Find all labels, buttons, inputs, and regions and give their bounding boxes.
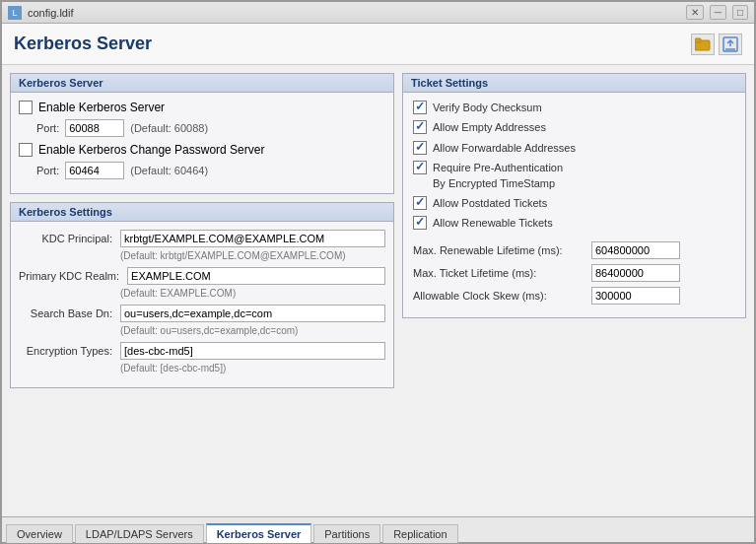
kerberos-server-section-body: Enable Kerberos Server Port: (Default: 6…	[11, 93, 393, 193]
ticket-settings-section: Ticket Settings Verify Body Checksum All…	[402, 73, 746, 318]
require-pre-auth-label: Require Pre-AuthenticationBy Encrypted T…	[433, 161, 563, 191]
allow-forwardable-checkbox[interactable]	[413, 141, 427, 155]
kerberos-server-section: Kerberos Server Enable Kerberos Server P…	[10, 73, 394, 194]
allowable-clock-label: Allowable Clock Skew (ms):	[413, 290, 585, 302]
right-panel: Ticket Settings Verify Body Checksum All…	[402, 73, 746, 509]
verify-body-checksum-row: Verify Body Checksum	[413, 101, 735, 115]
title-bar-text: config.ldif	[28, 7, 680, 19]
primary-kdc-realm-input[interactable]	[127, 267, 385, 285]
allow-renewable-checkbox[interactable]	[413, 216, 427, 230]
main-content: Kerberos Server Enable Kerberos Server P…	[2, 65, 754, 516]
tab-partitions[interactable]: Partitions	[313, 524, 380, 543]
allow-forwardable-label: Allow Forwardable Addresses	[433, 141, 576, 156]
encryption-types-default: (Default: [des-cbc-md5])	[120, 363, 385, 374]
max-renewable-label: Max. Renewable Lifetime (ms):	[413, 244, 585, 256]
kdc-principal-row: KDC Principal:	[19, 230, 385, 247]
window: L config.ldif ✕ ─ □ Kerberos Server	[0, 0, 756, 544]
primary-kdc-realm-default: (Default: EXAMPLE.COM)	[120, 288, 385, 299]
export-icon	[722, 36, 738, 52]
port2-label: Port:	[36, 165, 59, 176]
allow-empty-addresses-checkbox[interactable]	[413, 120, 427, 134]
max-ticket-row: Max. Ticket Lifetime (ms):	[413, 264, 735, 282]
kerberos-settings-title: Kerberos Settings	[11, 203, 393, 222]
max-ticket-input[interactable]	[591, 264, 680, 282]
primary-kdc-realm-label: Primary KDC Realm:	[19, 270, 119, 282]
ticket-settings-title: Ticket Settings	[403, 74, 745, 93]
primary-kdc-realm-row: Primary KDC Realm:	[19, 267, 385, 285]
search-base-dn-row: Search Base Dn:	[19, 305, 385, 322]
enable-kerberos-row: Enable Kerberos Server	[19, 101, 385, 114]
port2-input[interactable]	[65, 162, 124, 179]
encryption-types-label: Encryption Types:	[19, 345, 112, 357]
allow-postdated-checkbox[interactable]	[413, 196, 427, 210]
enable-kerberos-password-label: Enable Kerberos Change Password Server	[38, 143, 264, 157]
allowable-clock-input[interactable]	[591, 287, 680, 305]
port1-input[interactable]	[65, 119, 124, 137]
ticket-settings-body: Verify Body Checksum Allow Empty Address…	[403, 93, 745, 317]
kerberos-settings-body: KDC Principal: (Default: krbtgt/EXAMPLE.…	[11, 222, 393, 387]
allow-renewable-label: Allow Renewable Tickets	[433, 216, 553, 231]
allow-postdated-row: Allow Postdated Tickets	[413, 196, 735, 211]
require-pre-auth-row: Require Pre-AuthenticationBy Encrypted T…	[413, 161, 735, 191]
allow-renewable-row: Allow Renewable Tickets	[413, 216, 735, 231]
folder-button[interactable]	[691, 34, 715, 55]
enable-kerberos-checkbox[interactable]	[19, 101, 33, 114]
close-button[interactable]: ✕	[686, 5, 704, 20]
allow-postdated-label: Allow Postdated Tickets	[433, 196, 547, 211]
search-base-dn-default: (Default: ou=users,dc=example,dc=com)	[120, 325, 385, 336]
port2-default: (Default: 60464)	[130, 165, 208, 176]
port1-label: Port:	[36, 122, 59, 134]
ticket-form-rows: Max. Renewable Lifetime (ms): Max. Ticke…	[413, 241, 735, 305]
enable-kerberos-password-checkbox[interactable]	[19, 143, 33, 157]
allow-empty-addresses-row: Allow Empty Addresses	[413, 120, 735, 135]
tab-bar: Overview LDAP/LDAPS Servers Kerberos Ser…	[2, 516, 754, 542]
file-icon: L	[8, 6, 22, 20]
tab-ldap-ldaps-servers[interactable]: LDAP/LDAPS Servers	[75, 524, 204, 543]
kerberos-server-section-title: Kerberos Server	[11, 74, 393, 93]
port1-default: (Default: 60088)	[130, 122, 208, 134]
kdc-principal-default: (Default: krbtgt/EXAMPLE.COM@EXAMPLE.COM…	[120, 250, 385, 261]
port1-row: Port: (Default: 60088)	[36, 119, 385, 137]
enable-kerberos-label: Enable Kerberos Server	[38, 101, 165, 114]
allow-forwardable-row: Allow Forwardable Addresses	[413, 141, 735, 156]
max-ticket-label: Max. Ticket Lifetime (ms):	[413, 267, 585, 279]
page-title: Kerberos Server	[14, 34, 152, 54]
verify-body-checksum-label: Verify Body Checksum	[433, 101, 542, 115]
require-pre-auth-checkbox[interactable]	[413, 161, 427, 174]
verify-body-checksum-checkbox[interactable]	[413, 101, 427, 114]
maximize-icon[interactable]: □	[732, 5, 748, 20]
max-renewable-input[interactable]	[591, 241, 680, 259]
search-base-dn-label: Search Base Dn:	[19, 307, 112, 319]
page-header: Kerberos Server	[2, 24, 754, 65]
export-button[interactable]	[719, 34, 742, 55]
port2-row: Port: (Default: 60464)	[36, 162, 385, 179]
enable-kerberos-password-row: Enable Kerberos Change Password Server	[19, 143, 385, 157]
allow-empty-addresses-label: Allow Empty Addresses	[433, 120, 546, 135]
tab-kerberos-server[interactable]: Kerberos Server	[206, 523, 312, 543]
kdc-principal-label: KDC Principal:	[19, 233, 112, 244]
folder-icon	[695, 37, 711, 51]
allowable-clock-row: Allowable Clock Skew (ms):	[413, 287, 735, 305]
encryption-types-input[interactable]	[120, 342, 385, 360]
tab-replication[interactable]: Replication	[382, 524, 457, 543]
kdc-principal-input[interactable]	[120, 230, 385, 247]
title-bar: L config.ldif ✕ ─ □	[2, 2, 754, 24]
search-base-dn-input[interactable]	[120, 305, 385, 322]
svg-rect-1	[695, 38, 701, 42]
header-icons	[691, 34, 742, 55]
tab-overview[interactable]: Overview	[6, 524, 73, 543]
minimize-icon[interactable]: ─	[710, 5, 726, 20]
kerberos-settings-section: Kerberos Settings KDC Principal: (Defaul…	[10, 202, 394, 388]
left-panel: Kerberos Server Enable Kerberos Server P…	[10, 73, 394, 509]
max-renewable-row: Max. Renewable Lifetime (ms):	[413, 241, 735, 259]
encryption-types-row: Encryption Types:	[19, 342, 385, 360]
